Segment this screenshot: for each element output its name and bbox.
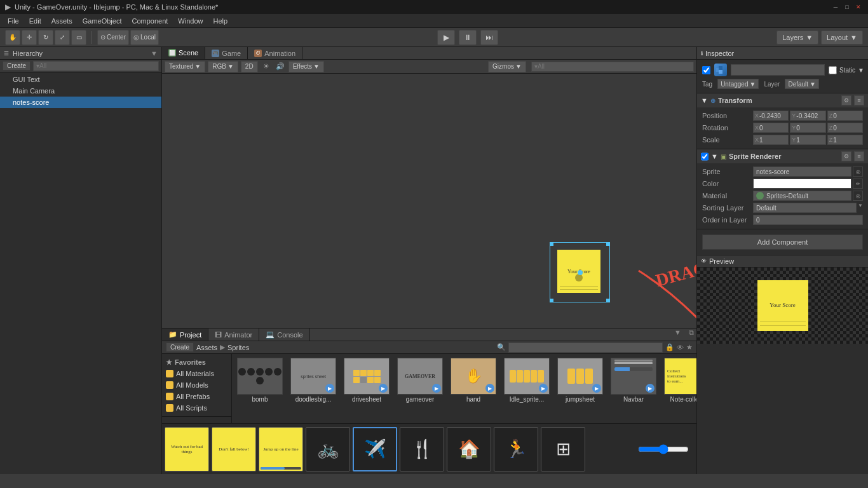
color-swatch[interactable]: [753, 179, 851, 189]
assets-sprites[interactable]: Sprites: [227, 344, 249, 351]
scale-tool[interactable]: ⤢: [55, 30, 70, 45]
sprite-select-icon[interactable]: ◎: [853, 166, 863, 177]
tag-dropdown[interactable]: Untagged ▼: [717, 79, 759, 89]
hierarchy-create-button[interactable]: Create: [3, 61, 31, 71]
rot-y-field[interactable]: Y 0: [790, 123, 825, 133]
layer-dropdown[interactable]: Default ▼: [785, 79, 819, 89]
sprite-renderer-settings-icon[interactable]: ⚙: [841, 151, 851, 161]
sprite-item-navbar[interactable]: ▶ Navbar: [608, 356, 659, 404]
sprite-item-doodlesbig[interactable]: sprites sheet ▶ doodlesbig...: [288, 356, 339, 404]
2d-toggle[interactable]: 2D: [241, 61, 258, 72]
center-handle[interactable]: [578, 270, 583, 275]
assets-search[interactable]: [508, 342, 663, 353]
scene-viewport[interactable]: Your Score DRAG: [162, 74, 696, 328]
rgb-dropdown[interactable]: RGB ▼: [208, 61, 238, 72]
sprite-item-jumpsheet[interactable]: ▶ jumpsheet: [555, 356, 606, 404]
menu-assets[interactable]: Assets: [46, 16, 78, 26]
effects-dropdown[interactable]: Effects ▼: [288, 61, 324, 72]
maximize-button[interactable]: □: [843, 3, 851, 11]
pos-y-field[interactable]: Y -0.3402: [790, 111, 825, 121]
menu-help[interactable]: Help: [208, 16, 233, 26]
animation-tab[interactable]: ⏱ Animation: [248, 47, 302, 59]
bottom-float-icon[interactable]: ⧉: [686, 329, 696, 341]
hierarchy-tab[interactable]: Hierarchy: [13, 50, 43, 57]
object-name-input[interactable]: notes-score: [731, 64, 825, 76]
scale-z-field[interactable]: Z 1: [827, 135, 863, 145]
play-button[interactable]: ▶: [437, 30, 455, 45]
bottom-sprite-figure[interactable]: 🏃: [494, 427, 538, 471]
hierarchy-maximize[interactable]: ▼: [151, 50, 158, 57]
sprite-renderer-header[interactable]: ▼ ▣ Sprite Renderer ⚙ ≡: [697, 149, 868, 163]
game-tab[interactable]: 🎮 Game: [205, 47, 248, 59]
transform-settings-icon[interactable]: ⚙: [841, 95, 851, 105]
transform-menu-icon[interactable]: ≡: [854, 95, 864, 105]
hierarchy-item-guitext[interactable]: GUI Text: [0, 74, 161, 85]
bottom-sprite-watchout[interactable]: Watch out for bad things: [165, 427, 209, 471]
hand-tool[interactable]: ✋: [5, 30, 20, 45]
lock-icon[interactable]: 🔒: [665, 343, 674, 351]
bottom-sprite-airplane[interactable]: ✈️: [353, 427, 397, 471]
sorting-layer-field[interactable]: Default: [753, 203, 857, 213]
scene-search[interactable]: [531, 62, 694, 72]
menu-gameobject[interactable]: GameObject: [78, 16, 127, 26]
assets-root[interactable]: Assets: [196, 344, 217, 351]
hierarchy-item-notesscore[interactable]: notes-score: [0, 97, 161, 108]
scene-tab[interactable]: ⬜ Scene: [162, 47, 205, 59]
menu-file[interactable]: File: [3, 16, 24, 26]
rotate-tool[interactable]: ↻: [38, 30, 53, 45]
gizmos-dropdown[interactable]: Gizmos ▼: [488, 61, 526, 72]
sprite-value-field[interactable]: notes-score: [753, 166, 851, 177]
color-picker-icon[interactable]: ✏: [853, 179, 863, 189]
local-button[interactable]: ◎ Local: [130, 30, 159, 45]
fav-all-materials[interactable]: All Materials: [162, 368, 231, 379]
zoom-slider[interactable]: [638, 444, 689, 454]
sprite-renderer-menu-icon[interactable]: ≡: [854, 151, 864, 161]
pos-z-field[interactable]: Z 0: [827, 111, 863, 121]
menu-edit[interactable]: Edit: [24, 16, 46, 26]
bottom-sprite-utensils[interactable]: 🍴: [400, 427, 444, 471]
bottom-sprite-note2[interactable]: Don't fall below!: [212, 427, 256, 471]
object-enabled-checkbox[interactable]: [702, 66, 710, 74]
scale-x-field[interactable]: X 1: [753, 135, 789, 145]
console-tab[interactable]: 💻 Console: [259, 329, 309, 341]
bottom-sprite-jump[interactable]: Jump up on the line: [259, 427, 303, 471]
hierarchy-item-maincamera[interactable]: Main Camera: [0, 85, 161, 97]
material-select-icon[interactable]: ◎: [853, 191, 863, 201]
project-tab[interactable]: 📁 Project: [162, 329, 208, 341]
add-component-button[interactable]: Add Component: [702, 234, 863, 250]
pos-x-field[interactable]: X -0.2430: [753, 111, 789, 121]
move-tool[interactable]: ✛: [22, 30, 37, 45]
fav-all-scripts[interactable]: All Scripts: [162, 402, 231, 414]
scale-y-field[interactable]: Y 1: [790, 135, 825, 145]
layers-dropdown[interactable]: Layers ▼: [776, 30, 818, 44]
assets-create-button[interactable]: Create: [166, 342, 194, 352]
rot-x-field[interactable]: X 0: [753, 123, 789, 133]
sprite-renderer-enabled[interactable]: [701, 152, 709, 161]
sprite-item-idle[interactable]: ▶ Idle_sprite...: [501, 356, 552, 404]
sorting-layer-chevron[interactable]: ▼: [858, 203, 863, 213]
star-icon[interactable]: ★: [686, 343, 693, 351]
menu-component[interactable]: Component: [126, 16, 173, 26]
menu-window[interactable]: Window: [173, 16, 208, 26]
rect-tool[interactable]: ▭: [71, 30, 86, 45]
rot-z-field[interactable]: Z 0: [827, 123, 863, 133]
textured-dropdown[interactable]: Textured ▼: [165, 61, 205, 72]
transform-header[interactable]: ▼ ⊕ Transform ⚙ ≡: [697, 93, 868, 107]
bottom-collapse-icon[interactable]: ▼: [669, 329, 686, 341]
audio-icon[interactable]: 🔊: [275, 61, 286, 72]
animator-tab[interactable]: 🎞 Animator: [208, 329, 259, 341]
sprite-item-gameover[interactable]: GAMEOVER ▶ gameover: [395, 356, 445, 404]
close-button[interactable]: ✕: [854, 3, 863, 11]
sprite-item-hand[interactable]: ✋ ▶ hand: [448, 356, 499, 404]
bottom-sprite-house[interactable]: 🏠: [447, 427, 491, 471]
fav-all-prefabs[interactable]: All Prefabs: [162, 391, 231, 402]
sprite-item-bomb[interactable]: bomb: [234, 356, 285, 404]
scene-note-sprite[interactable]: Your Score: [550, 242, 610, 302]
pause-button[interactable]: ⏸: [459, 30, 477, 45]
light-icon[interactable]: ☀: [261, 61, 272, 72]
material-value-field[interactable]: Sprites-Default: [753, 191, 851, 201]
minimize-button[interactable]: ─: [831, 3, 840, 11]
sprite-item-notecollect[interactable]: Collect instrutions to earn... ▶ Note-co…: [661, 356, 696, 404]
static-checkbox[interactable]: [829, 66, 837, 74]
bottom-sprite-bicycle[interactable]: 🚲: [306, 427, 350, 471]
